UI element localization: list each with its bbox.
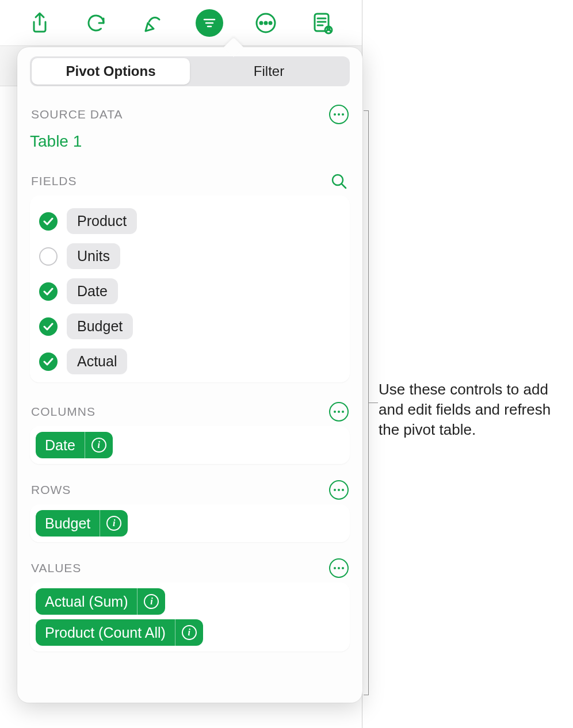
source-data-label: SOURCE DATA: [31, 108, 123, 121]
field-row-units[interactable]: Units: [39, 239, 341, 274]
rows-drop-zone[interactable]: Budget i: [30, 504, 350, 542]
tab-filter[interactable]: Filter: [190, 58, 348, 85]
more-icon[interactable]: [252, 9, 280, 37]
chip-label: Product (Count All): [36, 619, 175, 646]
values-header: VALUES: [30, 558, 350, 578]
search-fields-button[interactable]: [329, 171, 349, 191]
chip-info-button[interactable]: i: [175, 619, 203, 646]
svg-point-4: [260, 22, 262, 24]
columns-header: COLUMNS: [30, 402, 350, 422]
checkmark-icon[interactable]: [39, 247, 58, 266]
checkmark-icon[interactable]: [39, 317, 58, 336]
rows-header: ROWS: [30, 480, 350, 500]
source-data-header: SOURCE DATA: [30, 105, 350, 124]
svg-point-6: [269, 22, 272, 24]
callout-bracket: [364, 695, 369, 695]
field-pill[interactable]: Units: [67, 243, 120, 269]
columns-label: COLUMNS: [31, 405, 96, 419]
field-pill[interactable]: Date: [67, 278, 118, 304]
columns-more-button[interactable]: [329, 402, 349, 422]
collaborate-icon[interactable]: [308, 9, 336, 37]
field-row-date[interactable]: Date: [39, 274, 341, 309]
tabs-segmented-control: Pivot Options Filter: [30, 56, 350, 86]
value-chip-actual[interactable]: Actual (Sum) i: [36, 588, 165, 615]
organize-icon[interactable]: [196, 9, 223, 37]
source-table-link[interactable]: Table 1: [30, 132, 350, 151]
field-row-actual[interactable]: Actual: [39, 344, 341, 379]
rows-label: ROWS: [31, 483, 71, 497]
format-icon[interactable]: [139, 9, 166, 37]
field-pill[interactable]: Budget: [67, 313, 133, 339]
values-label: VALUES: [31, 561, 81, 575]
chip-info-button[interactable]: i: [100, 510, 128, 537]
chip-label: Actual (Sum): [36, 588, 137, 615]
field-pill[interactable]: Actual: [67, 348, 127, 374]
pivot-options-popover: Pivot Options Filter SOURCE DATA Table 1…: [17, 47, 362, 703]
checkmark-icon[interactable]: [39, 212, 58, 231]
undo-icon[interactable]: [82, 9, 110, 37]
source-data-more-button[interactable]: [329, 105, 349, 124]
values-drop-zone[interactable]: Actual (Sum) i Product (Count All) i: [30, 583, 350, 652]
svg-line-14: [342, 184, 346, 188]
fields-label: FIELDS: [31, 174, 77, 188]
values-more-button[interactable]: [329, 558, 349, 578]
share-icon[interactable]: [26, 9, 54, 37]
field-row-budget[interactable]: Budget: [39, 309, 341, 344]
column-chip-date[interactable]: Date i: [36, 432, 113, 458]
callout-text: Use these controls to add and edit field…: [379, 380, 563, 440]
row-chip-budget[interactable]: Budget i: [36, 510, 128, 537]
columns-drop-zone[interactable]: Date i: [30, 426, 350, 464]
tab-pivot-options[interactable]: Pivot Options: [32, 58, 190, 85]
callout-bracket: [364, 110, 369, 111]
chip-label: Date: [36, 432, 85, 458]
field-row-product[interactable]: Product: [39, 204, 341, 239]
value-chip-product[interactable]: Product (Count All) i: [36, 619, 203, 646]
fields-header: FIELDS: [30, 171, 350, 191]
svg-point-5: [265, 22, 267, 24]
toolbar: [0, 0, 362, 46]
chip-label: Budget: [36, 510, 100, 537]
rows-more-button[interactable]: [329, 480, 349, 500]
callout-bracket: [369, 403, 378, 403]
checkmark-icon[interactable]: [39, 352, 58, 371]
checkmark-icon[interactable]: [39, 282, 58, 301]
chip-info-button[interactable]: i: [85, 432, 113, 458]
chip-info-button[interactable]: i: [137, 588, 165, 615]
field-pill[interactable]: Product: [67, 208, 137, 234]
fields-list: Product Units Date Budget Actual: [30, 196, 350, 382]
